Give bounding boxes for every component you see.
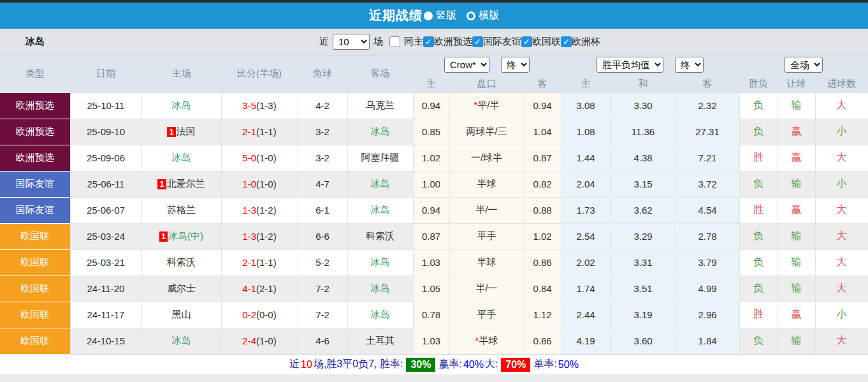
- summary-segment: 50%: [558, 359, 579, 371]
- comp-checkbox-2[interactable]: [521, 36, 532, 47]
- cell-avg-home: 1.44: [561, 145, 611, 171]
- cell-date: 24-11-20: [70, 275, 141, 302]
- cell-odds-home: 1.02: [413, 145, 449, 171]
- cell-result: 负: [739, 328, 778, 354]
- cell-avg-away: 4.99: [676, 275, 739, 302]
- cell-score: 0-2(0-0): [221, 302, 298, 328]
- cell-home-team: 冰岛: [141, 145, 221, 171]
- cell-date: 25-06-11: [70, 171, 141, 197]
- radio-unselected-icon[interactable]: [467, 11, 475, 20]
- cell-result: 负: [739, 171, 778, 197]
- cell-away-team: 阿塞拜疆: [347, 145, 413, 171]
- cell-avg-away: 2.32: [676, 92, 739, 119]
- rank-1-badge: 1: [159, 231, 168, 242]
- cell-date: 25-10-11: [70, 92, 141, 119]
- radio-selected-icon[interactable]: [424, 11, 433, 20]
- cell-home-team: 1冰岛(中): [141, 223, 221, 249]
- cell-corners: 7-2: [298, 275, 347, 302]
- cell-avg-away: 3.72: [676, 171, 739, 197]
- cell-type: 欧国联: [0, 328, 70, 354]
- cell-odds-away: 0.87: [524, 145, 561, 171]
- summary-segment: 单率:: [533, 358, 556, 371]
- cell-handicap: 半/一: [449, 197, 524, 223]
- col-header-corner: 角球: [298, 55, 347, 92]
- mode-horizontal-option[interactable]: 横版: [458, 9, 499, 22]
- cell-score: 1-3(1-2): [221, 197, 298, 223]
- results-tbody: 欧洲预选25-10-11冰岛3-5(1-3)4-2乌克兰0.94*平/半0.94…: [0, 92, 868, 354]
- cell-away-team: 乌克兰: [347, 92, 413, 119]
- cell-result: 负: [739, 223, 778, 249]
- cell-odds-home: 1.03: [413, 328, 449, 354]
- comp-checkbox-0[interactable]: [423, 36, 434, 47]
- cell-corners: 4-7: [298, 171, 347, 197]
- avg-stage-select[interactable]: 终: [675, 57, 704, 73]
- cell-date: 25-06-07: [70, 197, 141, 223]
- cell-odds-away: 1.02: [524, 223, 561, 249]
- cell-away-team: 冰岛: [347, 171, 413, 197]
- scope-group-header: 全场: [739, 55, 868, 75]
- cell-handicap: 平手: [449, 223, 524, 249]
- cell-avg-draw: 3.62: [611, 197, 676, 223]
- cell-type: 欧洲预选: [0, 92, 70, 119]
- cell-away-team: 冰岛: [347, 249, 413, 275]
- comp-checkbox-1[interactable]: [472, 36, 483, 47]
- cell-odds-home: 0.85: [413, 119, 449, 145]
- cell-avg-home: 1.74: [561, 275, 611, 302]
- filter-controls: 近 10 场 同主 欧洲预选 国际友谊 欧国联 欧洲杯: [319, 34, 600, 50]
- cell-avg-away: 2.96: [676, 302, 739, 328]
- table-row: 欧国联24-11-20威尔士4-1(2-1)7-2冰岛1.05半/一0.841.…: [0, 275, 868, 302]
- cell-avg-draw: 3.29: [611, 223, 676, 249]
- table-row: 国际友谊25-06-07苏格兰1-3(1-2)6-1冰岛0.94半/一0.881…: [0, 197, 868, 223]
- cell-away-team: 冰岛: [347, 302, 413, 328]
- results-table: 类型 日期 主场 比分(半场) 角球 客场 Crow* 终 胜平负均值 终 全场: [0, 55, 868, 355]
- table-row: 欧洲预选25-10-11冰岛3-5(1-3)4-2乌克兰0.94*平/半0.94…: [0, 92, 868, 119]
- cell-result: 胜: [739, 197, 778, 223]
- cell-avg-home: 1.73: [561, 197, 611, 223]
- cell-goals-result: 小: [815, 171, 868, 197]
- cell-type: 欧洲预选: [0, 145, 70, 171]
- scope-select[interactable]: 全场: [785, 57, 823, 73]
- cell-odds-away: 1.12: [524, 302, 561, 328]
- avg-group-header: 胜平负均值 终: [561, 55, 739, 75]
- cell-odds-home: 0.87: [413, 223, 449, 249]
- same-home-label: 同主: [404, 36, 423, 48]
- cell-handicap: 半球: [449, 249, 524, 275]
- subheader-handicap: 盘口: [449, 75, 524, 92]
- table-row: 欧国联25-03-21科索沃2-1(1-1)5-2冰岛1.03半球0.862.0…: [0, 249, 868, 275]
- near-label: 近: [319, 36, 329, 48]
- filter-bar: 冰岛 近 10 场 同主 欧洲预选 国际友谊 欧国联 欧洲杯: [0, 29, 868, 55]
- mode-vertical-label: 竖版: [436, 9, 456, 22]
- cell-type: 欧国联: [0, 249, 70, 275]
- bookmaker-select[interactable]: Crow*: [444, 57, 489, 73]
- match-count-select[interactable]: 10: [333, 34, 370, 50]
- avg-type-select[interactable]: 胜平负均值: [597, 57, 663, 73]
- rank-1-badge: 1: [167, 127, 175, 137]
- cell-odds-home: 1.05: [413, 275, 449, 302]
- comp-checkbox-3[interactable]: [561, 36, 572, 47]
- cell-date: 24-11-17: [70, 302, 141, 328]
- table-row: 欧国联24-11-17黑山0-2(0-0)7-2冰岛0.78平手1.122.44…: [0, 302, 868, 328]
- cell-odds-home: 0.94: [413, 197, 449, 223]
- cell-avg-home: 2.54: [561, 223, 611, 249]
- cell-odds-home: 0.78: [413, 302, 449, 328]
- cell-handicap: 两球半/三: [449, 119, 524, 145]
- cell-goals-result: 小: [815, 119, 868, 145]
- cell-avg-away: 1.84: [676, 328, 739, 354]
- mode-vertical-option[interactable]: 竖版: [424, 9, 456, 22]
- cell-corners: 4-6: [298, 328, 347, 354]
- cell-avg-draw: 4.38: [611, 145, 676, 171]
- cell-handicap-result: 输: [778, 171, 815, 197]
- odds-stage-select[interactable]: 终: [501, 57, 530, 73]
- cell-odds-home: 1.03: [413, 249, 449, 275]
- cell-home-team: 黑山: [141, 302, 221, 328]
- col-header-date: 日期: [70, 55, 141, 92]
- col-header-home: 主场: [141, 55, 221, 92]
- cell-result: 胜: [739, 302, 778, 328]
- col-header-away: 客场: [347, 55, 413, 92]
- cell-handicap: *半球: [449, 328, 524, 354]
- same-home-checkbox[interactable]: [389, 36, 400, 47]
- bottom-strip: [0, 374, 868, 382]
- subheader-avg-home: 主: [561, 75, 611, 92]
- summary-segment: 近: [289, 358, 300, 371]
- cell-result: 负: [739, 249, 778, 275]
